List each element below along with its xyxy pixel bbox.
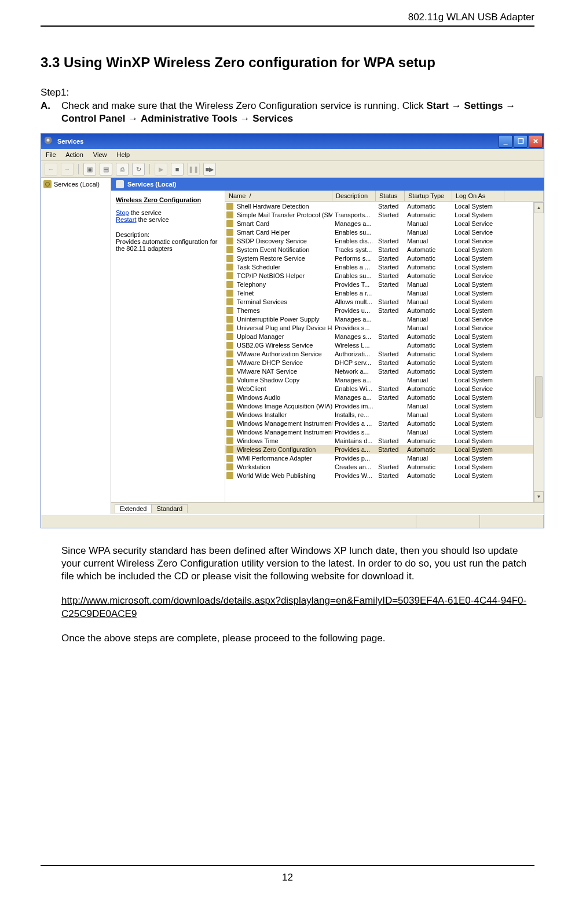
service-name: VMware Authorization Service [235, 350, 332, 357]
service-row[interactable]: Windows Management Instrumenta...Provide… [225, 428, 544, 436]
titlebar[interactable]: Services _ ❐ ✕ [41, 134, 544, 149]
tree-root-services-local[interactable]: Services (Local) [43, 180, 108, 188]
service-row[interactable]: Upload ManagerManages s...StartedAutomat… [225, 332, 544, 341]
service-row[interactable]: Windows AudioManages a...StartedAutomati… [225, 393, 544, 401]
restart-service-button[interactable]: ■▶ [203, 163, 216, 176]
service-logon: Local Service [452, 238, 504, 244]
service-row[interactable]: SSDP Discovery ServiceEnables dis...Star… [225, 236, 544, 245]
service-row[interactable]: World Wide Web PublishingProvides W...St… [225, 471, 544, 480]
gear-icon [225, 211, 235, 218]
service-description: Manages a... [332, 316, 376, 323]
window-title: Services [57, 138, 83, 145]
description-text: Provides automatic configuration for the… [116, 238, 220, 252]
scroll-down-button[interactable]: ▼ [534, 491, 544, 502]
col-log-on-as[interactable]: Log On As [452, 191, 504, 201]
service-row[interactable]: Task SchedulerEnables a ...StartedAutoma… [225, 262, 544, 271]
properties-button[interactable]: ▤ [100, 163, 112, 176]
service-row[interactable]: Uninterruptible Power SupplyManages a...… [225, 315, 544, 323]
service-row[interactable]: WebClientEnables Wi...StartedAutomaticLo… [225, 384, 544, 393]
service-row[interactable]: Shell Hardware DetectionStartedAutomatic… [225, 202, 544, 210]
service-row[interactable]: TelephonyProvides T...StartedManualLocal… [225, 280, 544, 288]
service-row[interactable]: System Event NotificationTracks syst...S… [225, 245, 544, 254]
service-row[interactable]: VMware DHCP ServiceDHCP serv...StartedAu… [225, 358, 544, 367]
stop-service-link[interactable]: Stop [116, 209, 129, 216]
service-row[interactable]: Windows TimeMaintains d...StartedAutomat… [225, 436, 544, 445]
description-label: Description: [116, 231, 220, 238]
service-status: Started [376, 394, 405, 401]
scroll-up-button[interactable]: ▲ [534, 202, 544, 213]
export-button[interactable]: ⎙ [116, 163, 129, 176]
doc-header: 802.11g WLAN USB Adapter [41, 12, 534, 27]
back-button[interactable]: ← [45, 163, 57, 176]
service-row[interactable]: Wireless Zero ConfigurationProvides a...… [225, 445, 544, 454]
service-logon: Local System [452, 333, 504, 340]
service-description: Provides p... [332, 455, 376, 462]
service-status: Started [376, 333, 405, 340]
vertical-scrollbar[interactable]: ▲ ▼ [533, 202, 544, 502]
service-row[interactable]: WorkstationCreates an...StartedAutomatic… [225, 462, 544, 471]
service-name: Simple Mail Transfer Protocol (SMTP) [235, 211, 332, 218]
forward-button[interactable]: → [61, 163, 74, 176]
service-description: Enables a ... [332, 264, 376, 271]
gear-icon [225, 377, 235, 384]
col-spacer [504, 191, 544, 201]
service-row[interactable]: Terminal ServicesAllows mult...StartedMa… [225, 297, 544, 306]
statusbar [41, 514, 544, 528]
service-row[interactable]: USB2.0G Wireless ServiceWireless L...Aut… [225, 341, 544, 349]
service-row[interactable]: TCP/IP NetBIOS HelperEnables su...Starte… [225, 271, 544, 280]
menu-view[interactable]: View [93, 151, 107, 158]
service-row[interactable]: Smart Card HelperEnables su...ManualLoca… [225, 228, 544, 236]
gear-icon [225, 411, 235, 418]
menu-action[interactable]: Action [65, 151, 83, 158]
service-description: Provides a ... [332, 420, 376, 427]
col-startup-type[interactable]: Startup Type [405, 191, 452, 201]
start-service-button[interactable]: ▶ [155, 163, 167, 176]
service-row[interactable]: ThemesProvides u...StartedAutomaticLocal… [225, 306, 544, 315]
microsoft-download-link[interactable]: http://www.microsoft.com/downloads/detai… [61, 595, 526, 619]
service-startup: Automatic [405, 368, 452, 375]
service-description: Enables su... [332, 272, 376, 279]
service-row[interactable]: Simple Mail Transfer Protocol (SMTP)Tran… [225, 210, 544, 219]
col-description[interactable]: Description [332, 191, 376, 201]
gear-icon [225, 229, 235, 236]
service-row[interactable]: System Restore ServicePerforms s...Start… [225, 254, 544, 262]
service-row[interactable]: TelnetEnables a r...ManualLocal System [225, 288, 544, 297]
pause-service-button[interactable]: ❚❚ [187, 163, 200, 176]
tab-extended[interactable]: Extended [115, 504, 152, 513]
service-row[interactable]: VMware Authorization ServiceAuthorizati.… [225, 349, 544, 358]
show-hide-tree-button[interactable]: ▣ [83, 163, 96, 176]
service-row[interactable]: Universal Plug and Play Device HostProvi… [225, 323, 544, 332]
menu-help[interactable]: Help [117, 151, 130, 158]
minimize-button[interactable]: _ [499, 135, 512, 148]
service-startup: Automatic [405, 307, 452, 314]
stop-service-button[interactable]: ■ [171, 163, 184, 176]
service-logon: Local System [452, 377, 504, 384]
gear-icon [225, 316, 235, 323]
restart-service-link[interactable]: Restart [116, 216, 136, 223]
tab-standard[interactable]: Standard [151, 504, 188, 513]
scroll-thumb[interactable] [535, 376, 543, 418]
service-row[interactable]: Volume Shadow CopyManages a...ManualLoca… [225, 375, 544, 384]
list-rows[interactable]: Shell Hardware DetectionStartedAutomatic… [225, 202, 544, 502]
service-status: Started [376, 472, 405, 479]
service-row[interactable]: Windows InstallerInstalls, re...ManualLo… [225, 410, 544, 419]
maximize-button[interactable]: ❐ [514, 135, 528, 148]
service-row[interactable]: VMware NAT ServiceNetwork a...StartedAut… [225, 367, 544, 375]
service-logon: Local Service [452, 385, 504, 392]
service-name: Windows Time [235, 437, 332, 444]
service-description: Maintains d... [332, 437, 376, 444]
service-logon: Local System [452, 403, 504, 410]
col-status[interactable]: Status [376, 191, 405, 201]
service-logon: Local System [452, 429, 504, 436]
service-row[interactable]: Smart CardManages a...ManualLocal Servic… [225, 219, 544, 228]
service-row[interactable]: WMI Performance AdapterProvides p...Manu… [225, 454, 544, 462]
service-row[interactable]: Windows Management Instrumenta...Provide… [225, 419, 544, 428]
refresh-button[interactable]: ↻ [132, 163, 145, 176]
tree-pane[interactable]: Services (Local) [41, 178, 111, 514]
col-name[interactable]: Name / [225, 191, 332, 201]
menu-file[interactable]: File [46, 151, 56, 158]
service-status: Started [376, 359, 405, 366]
service-row[interactable]: Windows Image Acquisition (WIA)Provides … [225, 401, 544, 410]
service-status: Started [376, 238, 405, 244]
close-button[interactable]: ✕ [529, 135, 543, 148]
